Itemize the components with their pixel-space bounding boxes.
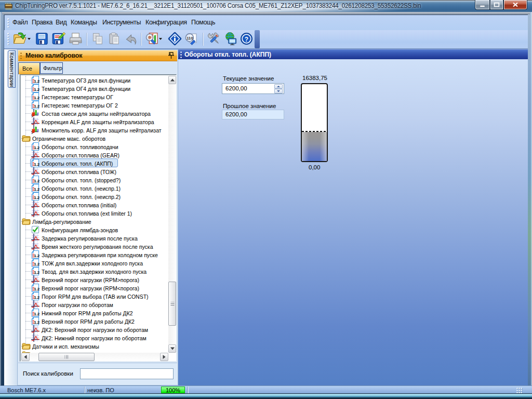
svg-text:1.2: 1.2 (34, 320, 39, 325)
svg-text:1.2: 1.2 (34, 79, 39, 84)
svg-text:1.2: 1.2 (34, 295, 39, 300)
svg-text:1.2: 1.2 (34, 96, 39, 100)
svg-text:1.2: 1.2 (34, 179, 39, 183)
svg-text:1.2: 1.2 (34, 162, 39, 167)
svg-text:1.2: 1.2 (34, 87, 39, 92)
svg-text:1.2: 1.2 (34, 195, 39, 200)
svg-text:1.2: 1.2 (34, 287, 39, 291)
svg-text:110: 110 (187, 36, 193, 41)
svg-text:1.2: 1.2 (34, 312, 39, 316)
svg-text:1.2: 1.2 (34, 270, 39, 275)
svg-text:1.2: 1.2 (34, 145, 39, 150)
svg-text:?: ? (245, 36, 248, 43)
svg-text:1.2: 1.2 (34, 262, 39, 267)
svg-text:1.2: 1.2 (34, 254, 39, 258)
svg-text:1.2: 1.2 (34, 104, 39, 109)
svg-text:1.2: 1.2 (34, 187, 39, 192)
